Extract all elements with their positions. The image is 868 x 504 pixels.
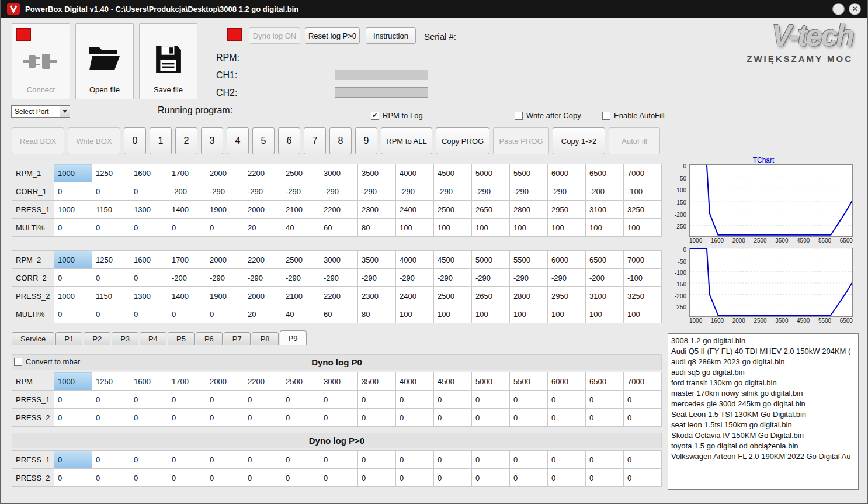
grid-cell[interactable]: 0 bbox=[472, 391, 510, 409]
grid-cell[interactable]: 7000 bbox=[624, 372, 662, 391]
grid-cell[interactable]: 0 bbox=[586, 391, 624, 409]
grid-cell[interactable]: 6000 bbox=[548, 164, 586, 182]
grid-cell[interactable]: 0 bbox=[358, 391, 396, 409]
grid-cell[interactable]: 2000 bbox=[244, 201, 282, 219]
reset-log-button[interactable]: Reset log P>0 bbox=[305, 27, 360, 44]
grid-cell[interactable]: 0 bbox=[282, 391, 320, 409]
grid-cell[interactable]: 1900 bbox=[206, 287, 244, 305]
grid-cell[interactable]: 2800 bbox=[510, 287, 548, 305]
grid-cell[interactable]: 0 bbox=[510, 391, 548, 409]
grid-cell[interactable]: -200 bbox=[586, 182, 624, 201]
file-list-item[interactable]: audi sq5 go digital.bin bbox=[671, 367, 855, 378]
grid-cell[interactable]: 0 bbox=[548, 391, 586, 409]
file-list-item[interactable]: Seat Leon 1.5 TSI 130KM Go Digital.bin bbox=[671, 409, 855, 420]
grid-cell[interactable]: 0 bbox=[244, 409, 282, 427]
connect-button[interactable]: Connect bbox=[12, 23, 70, 99]
grid-cell[interactable]: 0 bbox=[472, 451, 510, 469]
grid-cell[interactable]: 0 bbox=[54, 305, 92, 323]
file-list-item[interactable]: Skoda Octavia IV 150KM Go Digital.bin bbox=[671, 430, 855, 441]
tab-p1[interactable]: P1 bbox=[55, 332, 82, 345]
copy-prog-button[interactable]: Copy PROG bbox=[436, 127, 489, 154]
grid-cell[interactable]: -290 bbox=[548, 182, 586, 201]
grid-cell[interactable]: 6000 bbox=[548, 372, 586, 391]
select-port-dropdown[interactable]: Select Port bbox=[11, 105, 70, 118]
grid-cell[interactable]: 1150 bbox=[92, 201, 130, 219]
tab-service[interactable]: Service bbox=[12, 332, 54, 345]
grid-cell[interactable]: 0 bbox=[54, 409, 92, 427]
grid-cell[interactable]: 0 bbox=[434, 391, 472, 409]
grid-cell[interactable]: 0 bbox=[54, 469, 92, 487]
grid-cell[interactable]: 7000 bbox=[624, 251, 662, 269]
grid-cell[interactable]: 3250 bbox=[624, 287, 662, 305]
grid-cell[interactable]: 0 bbox=[244, 391, 282, 409]
grid-cell[interactable]: 2500 bbox=[282, 164, 320, 182]
rpm-to-all-button[interactable]: RPM to ALL bbox=[381, 127, 432, 154]
grid-cell[interactable]: 2300 bbox=[358, 287, 396, 305]
grid-cell[interactable]: -100 bbox=[624, 182, 662, 201]
grid-cell[interactable]: 1300 bbox=[130, 287, 168, 305]
grid-cell[interactable]: 20 bbox=[244, 219, 282, 237]
grid-cell[interactable]: 1250 bbox=[92, 164, 130, 182]
grid-cell[interactable]: 0 bbox=[168, 391, 206, 409]
grid-cell[interactable]: 0 bbox=[206, 219, 244, 237]
grid-cell[interactable]: 0 bbox=[358, 451, 396, 469]
grid-cell[interactable]: 0 bbox=[206, 305, 244, 323]
file-list[interactable]: 3008 1.2 go digital.binAudi Q5 II (FY FL… bbox=[668, 333, 859, 490]
autofill-button[interactable]: AutoFill bbox=[609, 127, 660, 154]
grid-cell[interactable]: -290 bbox=[510, 182, 548, 201]
grid-cell[interactable]: 5500 bbox=[510, 164, 548, 182]
grid-cell[interactable]: 3500 bbox=[358, 372, 396, 391]
grid-cell[interactable]: 0 bbox=[282, 451, 320, 469]
grid-cell[interactable]: -200 bbox=[168, 269, 206, 287]
grid-cell[interactable]: -290 bbox=[472, 182, 510, 201]
grid-cell[interactable]: 0 bbox=[130, 391, 168, 409]
grid-cell[interactable]: 0 bbox=[548, 451, 586, 469]
grid-cell[interactable]: -290 bbox=[548, 269, 586, 287]
grid-cell[interactable]: 0 bbox=[92, 269, 130, 287]
grid-cell[interactable]: 2200 bbox=[244, 251, 282, 269]
chevron-down-icon[interactable] bbox=[60, 106, 70, 117]
grid-cell[interactable]: -100 bbox=[624, 269, 662, 287]
grid-cell[interactable]: 2200 bbox=[320, 287, 358, 305]
grid-cell[interactable]: 1250 bbox=[92, 372, 130, 391]
tab-p9[interactable]: P9 bbox=[280, 330, 307, 345]
file-list-item[interactable]: seat leon 1.5tsi 150km go digital.bin bbox=[671, 420, 855, 430]
grid-cell[interactable]: 0 bbox=[54, 269, 92, 287]
grid-cell[interactable]: 2650 bbox=[472, 287, 510, 305]
grid-cell[interactable]: 2500 bbox=[282, 251, 320, 269]
grid-cell[interactable]: 2500 bbox=[282, 372, 320, 391]
tab-p5[interactable]: P5 bbox=[168, 332, 195, 345]
grid-cell[interactable]: 0 bbox=[168, 219, 206, 237]
grid-cell[interactable]: 0 bbox=[472, 469, 510, 487]
grid-cell[interactable]: 100 bbox=[396, 219, 434, 237]
grid-cell[interactable]: 0 bbox=[548, 469, 586, 487]
grid-cell[interactable]: 1600 bbox=[130, 164, 168, 182]
grid-cell[interactable]: 0 bbox=[434, 409, 472, 427]
grid-cell[interactable]: 0 bbox=[586, 451, 624, 469]
grid-cell[interactable]: -290 bbox=[282, 269, 320, 287]
digit-5-button[interactable]: 5 bbox=[252, 127, 275, 154]
digit-2-button[interactable]: 2 bbox=[175, 127, 197, 154]
grid-cell[interactable]: 0 bbox=[548, 409, 586, 427]
grid-cell[interactable]: 0 bbox=[320, 469, 358, 487]
grid-cell[interactable]: 0 bbox=[320, 451, 358, 469]
digit-9-button[interactable]: 9 bbox=[355, 127, 377, 154]
grid-cell[interactable]: 2400 bbox=[396, 287, 434, 305]
grid-cell[interactable]: 2200 bbox=[244, 372, 282, 391]
grid-cell[interactable]: 1000 bbox=[54, 251, 92, 269]
grid-cell[interactable]: 3000 bbox=[320, 251, 358, 269]
grid-cell[interactable]: 2500 bbox=[434, 287, 472, 305]
digit-7-button[interactable]: 7 bbox=[304, 127, 326, 154]
grid-cell[interactable]: 100 bbox=[510, 305, 548, 323]
grid-cell[interactable]: 3500 bbox=[358, 164, 396, 182]
file-list-item[interactable]: toyota 1.5 go digital od obciążenia.bin bbox=[671, 441, 855, 451]
grid-cell[interactable]: -200 bbox=[168, 182, 206, 201]
grid-cell[interactable]: 0 bbox=[92, 469, 130, 487]
grid-cell[interactable]: 0 bbox=[92, 451, 130, 469]
grid-cell[interactable]: 2100 bbox=[282, 201, 320, 219]
grid-cell[interactable]: -200 bbox=[586, 269, 624, 287]
grid-cell[interactable]: 1000 bbox=[54, 201, 92, 219]
read-box-button[interactable]: Read BOX bbox=[12, 127, 64, 154]
tab-p8[interactable]: P8 bbox=[252, 332, 279, 345]
grid-cell[interactable]: 0 bbox=[206, 451, 244, 469]
